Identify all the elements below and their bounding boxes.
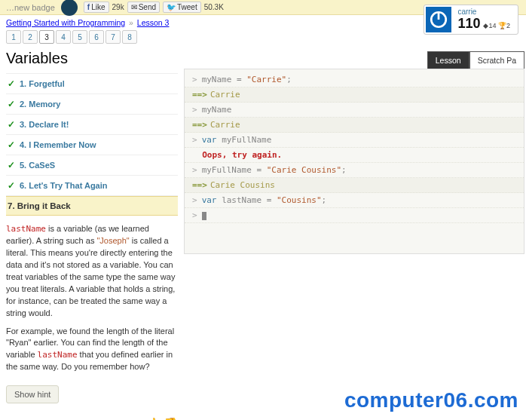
breadcrumb-course[interactable]: Getting Started with Programming: [6, 18, 125, 27]
step-item[interactable]: ✓1. Forgetful: [6, 74, 178, 94]
show-hint-button[interactable]: Show hint: [6, 385, 59, 403]
lesson-paragraph: For example, we found the length of the …: [6, 326, 178, 374]
pager: 12345678: [6, 30, 178, 44]
steps-list: ✓1. Forgetful✓2. Memory✓3. Declare It!✓4…: [6, 73, 178, 216]
like-count: 29k: [112, 3, 124, 11]
check-icon: ✓: [8, 78, 15, 89]
step-label[interactable]: 3. Declare It!: [20, 120, 69, 129]
step-label: 7. Bring it Back: [8, 201, 71, 210]
left-panel: 12345678 Variables ✓1. Forgetful✓2. Memo…: [0, 30, 182, 420]
step-item[interactable]: ✓2. Memory: [6, 94, 178, 115]
tab-scratch[interactable]: Scratch Pa: [469, 51, 524, 69]
twitter-icon: 🐦: [167, 3, 176, 11]
step-item[interactable]: ✓5. CaSeS: [6, 155, 178, 176]
step-item[interactable]: 7. Bring it Back: [6, 196, 178, 216]
console-line: >var lastName = "Cousins";: [185, 193, 524, 208]
power-icon: [429, 10, 448, 29]
check-icon: ✓: [8, 99, 15, 109]
editor-tabs: Lesson Scratch Pa: [184, 51, 524, 69]
trophy-icon: 🏆: [498, 22, 506, 29]
banner-text: …new badge: [6, 3, 55, 12]
console-line: Oops, try again.: [185, 148, 524, 163]
right-panel: carrie 110 ◆14 🏆2 Lesson Scratch Pa >myN…: [182, 30, 524, 420]
lesson-paragraph: lastName is a variable (as we learned ea…: [6, 223, 178, 320]
console[interactable]: >myName = "Carrie";==>Carrie>myName==>Ca…: [184, 69, 524, 254]
step-label[interactable]: 4. I Remember Now: [20, 140, 96, 149]
console-line: >var myFullName: [185, 133, 524, 148]
check-icon: ✓: [8, 119, 15, 130]
avatar: [426, 7, 451, 32]
badge-icon: [61, 0, 78, 16]
console-line: ==>Carrie: [185, 118, 524, 133]
check-icon: ✓: [8, 139, 15, 150]
send-button[interactable]: ✉ Send: [127, 2, 160, 13]
pager-page[interactable]: 6: [89, 30, 104, 44]
facebook-icon: f: [87, 3, 90, 11]
watermark: computer06.com: [344, 388, 518, 412]
step-item[interactable]: ✓3. Declare It!: [6, 115, 178, 135]
check-icon: ✓: [8, 160, 15, 170]
pager-page[interactable]: 4: [56, 30, 71, 44]
step-item[interactable]: ✓6. Let's Try That Again: [6, 176, 178, 196]
lesson-body: lastName is a variable (as we learned ea…: [6, 223, 178, 373]
user-name: carrie: [457, 8, 510, 16]
pager-page[interactable]: 7: [106, 30, 121, 44]
user-badges: ◆14 🏆2: [483, 22, 510, 29]
step-label[interactable]: 1. Forgetful: [20, 79, 65, 88]
tweet-button[interactable]: 🐦 Tweet: [163, 2, 201, 13]
step-label[interactable]: 6. Let's Try That Again: [20, 181, 108, 190]
pager-page[interactable]: 5: [72, 30, 87, 44]
step-label[interactable]: 2. Memory: [20, 100, 60, 109]
user-card[interactable]: carrie 110 ◆14 🏆2: [424, 5, 518, 35]
user-info: carrie 110 ◆14 🏆2: [451, 8, 516, 32]
user-points: 110: [457, 16, 480, 32]
step-label[interactable]: 5. CaSeS: [20, 161, 55, 170]
console-line: >: [185, 208, 524, 223]
social-buttons: f Like 29k ✉ Send 🐦 Tweet 50.3K: [84, 2, 224, 13]
thumbs-down-icon[interactable]: 👎: [164, 417, 178, 420]
breadcrumb-sep: »: [129, 18, 133, 27]
pager-page[interactable]: 8: [122, 30, 137, 44]
pager-page[interactable]: 1: [6, 30, 21, 44]
console-line: >myFullName = "Carie Cousins";: [185, 163, 524, 178]
check-icon: ✓: [8, 180, 15, 191]
console-line: ==>Carrie: [185, 87, 524, 103]
breadcrumb-lesson[interactable]: Lesson 3: [137, 18, 170, 27]
pager-page[interactable]: 3: [39, 30, 54, 44]
tweet-count: 50.3K: [204, 3, 224, 11]
section-title: Variables: [6, 50, 178, 67]
console-line: >myName = "Carrie";: [185, 72, 524, 87]
like-button[interactable]: f Like: [84, 2, 109, 13]
send-icon: ✉: [131, 3, 137, 11]
console-line: >myName: [185, 103, 524, 118]
pager-page[interactable]: 2: [23, 30, 38, 44]
tab-lesson[interactable]: Lesson: [427, 51, 469, 69]
console-line: ==>Carie Cousins: [185, 178, 524, 193]
step-item[interactable]: ✓4. I Remember Now: [6, 135, 178, 155]
feedback-row: Send feedback 👍👎: [6, 417, 178, 420]
thumbs-up-icon[interactable]: 👍: [146, 417, 161, 420]
